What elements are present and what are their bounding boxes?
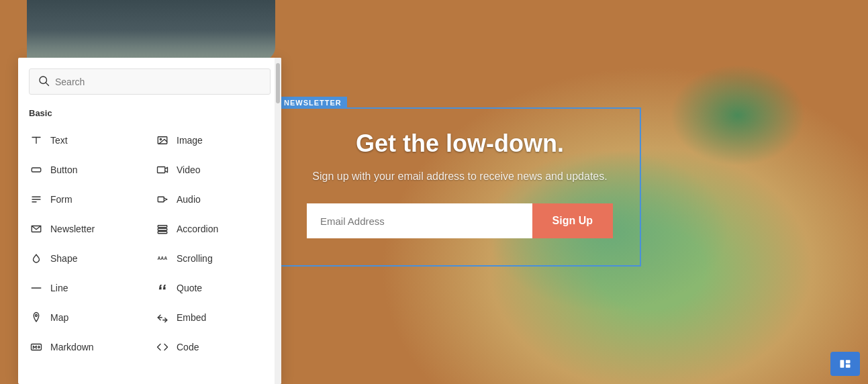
map-icon (29, 310, 44, 325)
newsletter-content: Get the low-down. Sign up with your emai… (280, 109, 640, 265)
svg-rect-20 (158, 232, 167, 234)
signup-button[interactable]: Sign Up (532, 203, 613, 238)
image-icon (155, 133, 170, 148)
quote-label: Quote (177, 283, 202, 293)
text-icon (29, 133, 44, 148)
item-audio[interactable]: Audio (150, 185, 276, 213)
line-icon (29, 281, 44, 295)
button-label: Button (50, 164, 77, 175)
form-icon (29, 192, 44, 207)
search-icon (38, 75, 50, 89)
item-image[interactable]: Image (150, 126, 276, 154)
item-quote[interactable]: Quote (150, 274, 276, 302)
embed-icon (155, 310, 170, 325)
svg-rect-0 (840, 360, 845, 368)
elements-panel: Basic Text Image (18, 58, 281, 384)
item-video[interactable]: Video (150, 156, 276, 184)
newsletter-title: Get the low-down. (307, 129, 613, 158)
shape-label: Shape (50, 253, 77, 264)
markdown-icon (29, 340, 44, 354)
svg-rect-1 (846, 360, 851, 363)
scrollbar-thumb (276, 63, 280, 103)
newsletter-label: Newsletter (50, 224, 95, 234)
svg-line-16 (164, 199, 167, 201)
panel-scrollbar[interactable] (275, 58, 281, 384)
svg-text:AAA: AAA (158, 256, 168, 260)
item-embed[interactable]: Embed (150, 303, 276, 332)
code-label: Code (177, 342, 199, 352)
newsletter-badge: NEWSLETTER (279, 97, 347, 109)
video-label: Video (177, 164, 201, 175)
svg-rect-9 (32, 168, 41, 172)
svg-point-8 (160, 138, 161, 140)
layout-button[interactable] (830, 352, 860, 376)
search-input[interactable] (55, 77, 262, 87)
svg-rect-14 (158, 197, 164, 202)
section-label: Basic (18, 105, 281, 126)
accordion-icon (155, 222, 170, 236)
video-icon (155, 162, 170, 177)
accordion-label: Accordion (177, 224, 218, 234)
item-map[interactable]: Map (23, 303, 150, 332)
markdown-label: Markdown (50, 342, 94, 352)
svg-rect-2 (846, 365, 851, 368)
scrolling-label: Scrolling (177, 253, 213, 264)
quote-icon (155, 281, 170, 295)
audio-label: Audio (177, 194, 201, 205)
newsletter-box: NEWSLETTER Get the low-down. Sign up wit… (279, 107, 641, 267)
item-line[interactable]: Line (23, 274, 150, 302)
top-left-bg (27, 0, 275, 60)
audio-icon (155, 192, 170, 207)
item-scrolling[interactable]: AAA Scrolling (150, 244, 276, 273)
line-label: Line (50, 283, 68, 293)
svg-rect-10 (158, 167, 165, 173)
item-text[interactable]: Text (23, 126, 150, 154)
map-label: Map (50, 312, 68, 323)
item-accordion[interactable]: Accordion (150, 215, 276, 243)
newsletter-subtitle: Sign up with your email address to recei… (307, 169, 613, 185)
items-grid: Text Image Button (18, 126, 281, 361)
embed-label: Embed (177, 312, 206, 323)
button-icon (29, 162, 44, 177)
item-markdown[interactable]: Markdown (23, 333, 150, 361)
svg-rect-18 (158, 226, 167, 228)
form-label: Form (50, 194, 73, 205)
svg-line-4 (46, 83, 48, 85)
code-icon (155, 340, 170, 354)
scrolling-icon: AAA (155, 251, 170, 266)
email-input[interactable] (307, 203, 532, 238)
svg-rect-19 (158, 228, 167, 230)
item-newsletter[interactable]: Newsletter (23, 215, 150, 243)
item-shape[interactable]: Shape (23, 244, 150, 273)
item-form[interactable]: Form (23, 185, 150, 213)
text-label: Text (50, 135, 68, 146)
image-label: Image (177, 135, 203, 146)
newsletter-form: Sign Up (307, 203, 613, 238)
item-button[interactable]: Button (23, 156, 150, 184)
search-bar[interactable] (29, 68, 271, 95)
svg-point-23 (36, 315, 38, 317)
shape-icon (29, 251, 44, 266)
newsletter-icon (29, 222, 44, 236)
item-code[interactable]: Code (150, 333, 276, 361)
